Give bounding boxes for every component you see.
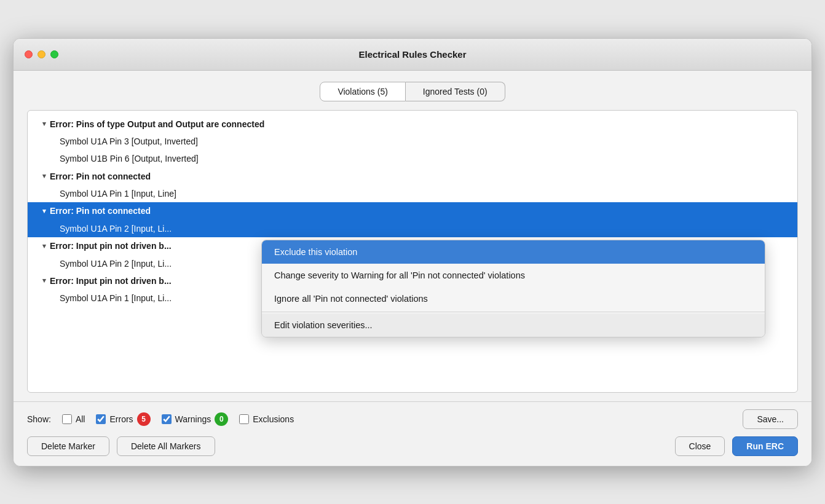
chevron-down-icon: ▾: [42, 171, 46, 182]
window-title: Electrical Rules Checker: [358, 49, 466, 60]
warnings-checkbox-group: Warnings 0: [162, 412, 229, 426]
close-button[interactable]: [25, 50, 33, 58]
action-bar: Delete Marker Delete All Markers Close R…: [14, 436, 811, 466]
ctx-exclude-violation[interactable]: Exclude this violation: [262, 240, 765, 264]
errors-label: Errors: [109, 414, 133, 424]
traffic-lights: [25, 50, 58, 58]
list-item[interactable]: Symbol U1A Pin 2 [Input, Li...: [28, 220, 797, 237]
erc-window: Electrical Rules Checker Violations (5) …: [13, 38, 812, 467]
warnings-badge: 0: [215, 412, 228, 426]
tabs-area: Violations (5) Ignored Tests (0): [14, 71, 811, 110]
ctx-ignore-all[interactable]: Ignore all 'Pin not connected' violation…: [262, 287, 765, 310]
all-label: All: [76, 414, 85, 424]
maximize-button[interactable]: [50, 50, 58, 58]
chevron-down-icon: ▾: [42, 206, 46, 217]
titlebar: Electrical Rules Checker: [14, 39, 811, 71]
show-label: Show:: [27, 414, 51, 424]
tab-violations[interactable]: Violations (5): [320, 82, 405, 101]
ctx-edit-severities[interactable]: Edit violation severities...: [262, 313, 765, 337]
warnings-checkbox[interactable]: [162, 414, 172, 424]
tab-ignored-tests[interactable]: Ignored Tests (0): [406, 82, 505, 101]
exclusions-checkbox[interactable]: [239, 414, 249, 424]
all-checkbox-group: All: [62, 414, 85, 424]
errors-checkbox[interactable]: [96, 414, 106, 424]
chevron-down-icon: ▾: [42, 275, 46, 286]
save-button[interactable]: Save...: [743, 409, 798, 429]
delete-all-markers-button[interactable]: Delete All Markers: [117, 436, 215, 456]
errors-checkbox-group: Errors 5: [96, 412, 150, 426]
errors-badge: 5: [137, 412, 151, 426]
ctx-change-severity[interactable]: Change severity to Warning for all 'Pin …: [262, 264, 765, 287]
violations-panel: ▾ Error: Pins of type Output and Output …: [27, 110, 798, 393]
context-menu: Exclude this violation Change severity t…: [261, 240, 765, 337]
warnings-label: Warnings: [175, 414, 211, 424]
chevron-down-icon: ▾: [42, 119, 46, 130]
run-erc-button[interactable]: Run ERC: [732, 436, 798, 456]
violation-row[interactable]: ▾ Error: Pins of type Output and Output …: [28, 116, 797, 133]
list-item[interactable]: Symbol U1B Pin 6 [Output, Inverted]: [28, 150, 797, 167]
violation-row-selected[interactable]: ▾ Error: Pin not connected: [28, 202, 797, 219]
violation-row[interactable]: ▾ Error: Pin not connected: [28, 168, 797, 185]
chevron-down-icon: ▾: [42, 241, 46, 252]
minimize-button[interactable]: [38, 50, 45, 58]
bottom-bar: Show: All Errors 5 Warnings 0 Exclusions…: [14, 401, 811, 436]
exclusions-label: Exclusions: [253, 414, 294, 424]
list-item[interactable]: Symbol U1A Pin 3 [Output, Inverted]: [28, 133, 797, 150]
delete-marker-button[interactable]: Delete Marker: [27, 436, 109, 456]
list-item[interactable]: Symbol U1A Pin 1 [Input, Line]: [28, 185, 797, 202]
context-menu-separator: [262, 312, 765, 312]
close-button[interactable]: Close: [675, 436, 725, 456]
all-checkbox[interactable]: [62, 414, 72, 424]
exclusions-checkbox-group: Exclusions: [239, 414, 294, 424]
